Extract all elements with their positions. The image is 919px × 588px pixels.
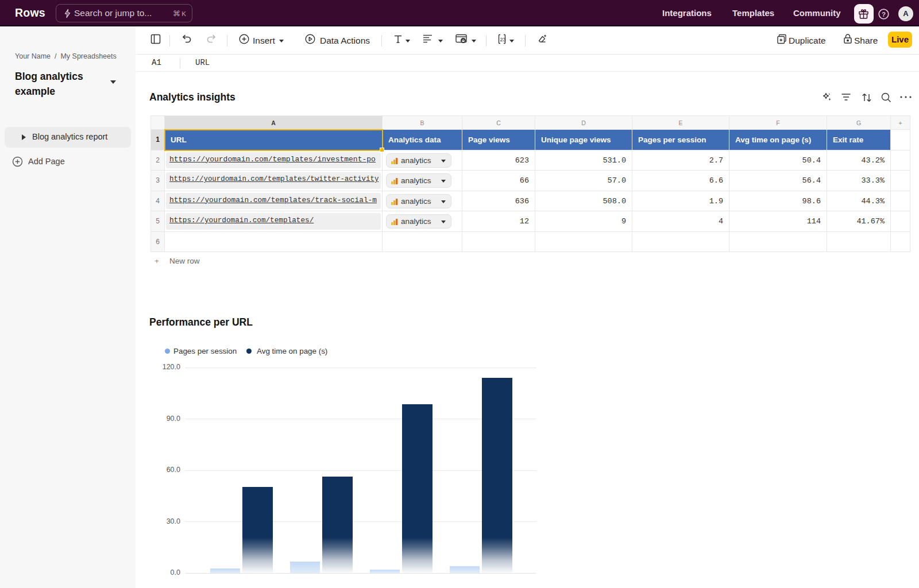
svg-text:23: 23: [500, 37, 506, 42]
svg-text:?: ?: [882, 11, 886, 18]
